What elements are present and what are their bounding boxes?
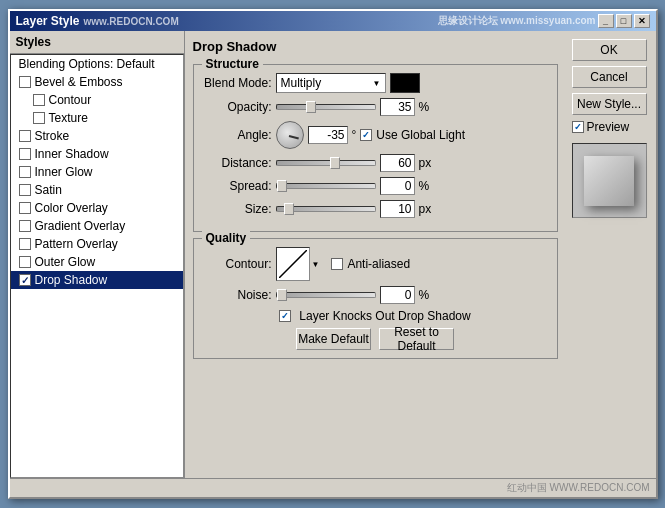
gradient-overlay-checkbox[interactable] (19, 220, 31, 232)
preview-checkbox-row: ✓ Preview (572, 120, 650, 134)
styles-header: Styles (10, 31, 184, 54)
make-default-button[interactable]: Make Default (296, 328, 371, 350)
quality-group: Quality Contour: ▼ Anti-aliased (193, 238, 558, 359)
spread-thumb[interactable] (277, 180, 287, 192)
opacity-unit: % (419, 100, 430, 114)
structure-title: Structure (202, 57, 263, 71)
inner-glow-checkbox[interactable] (19, 166, 31, 178)
contour-preview[interactable] (276, 247, 310, 281)
distance-value[interactable]: 60 (380, 154, 415, 172)
size-value[interactable]: 10 (380, 200, 415, 218)
title-bar-right: 思缘设计论坛 www.missyuan.com _ □ ✕ (438, 14, 650, 28)
sidebar-item-outer-glow[interactable]: Outer Glow (11, 253, 183, 271)
angle-label: Angle: (202, 128, 272, 142)
spread-unit: % (419, 179, 430, 193)
sidebar-label: Outer Glow (35, 255, 96, 269)
layer-style-dialog: Layer Style www.REDOCN.COM 思缘设计论坛 www.mi… (8, 9, 658, 499)
inner-shadow-checkbox[interactable] (19, 148, 31, 160)
title-bar-title: Layer Style (16, 14, 80, 28)
left-panel: Styles Blending Options: Default Bevel &… (10, 31, 185, 478)
sidebar-label: Satin (35, 183, 62, 197)
sidebar-label: Drop Shadow (35, 273, 108, 287)
opacity-slider[interactable] (276, 104, 376, 110)
noise-unit: % (419, 288, 430, 302)
sidebar-label: Blending Options: Default (19, 57, 155, 71)
distance-thumb[interactable] (330, 157, 340, 169)
size-thumb[interactable] (284, 203, 294, 215)
new-style-button[interactable]: New Style... (572, 93, 647, 115)
structure-group: Structure Blend Mode: Multiply ▼ Opacity… (193, 64, 558, 232)
maximize-button[interactable]: □ (616, 14, 632, 28)
sidebar-item-satin[interactable]: Satin (11, 181, 183, 199)
drop-shadow-title: Drop Shadow (193, 39, 558, 54)
global-light-checkbox[interactable]: ✓ (360, 129, 372, 141)
minimize-button[interactable]: _ (598, 14, 614, 28)
opacity-row: Opacity: 35 % (202, 98, 549, 116)
sidebar-item-inner-glow[interactable]: Inner Glow (11, 163, 183, 181)
contour-checkbox[interactable] (33, 94, 45, 106)
reset-default-button[interactable]: Reset to Default (379, 328, 454, 350)
sidebar-label: Texture (49, 111, 88, 125)
sidebar-item-pattern-overlay[interactable]: Pattern Overlay (11, 235, 183, 253)
distance-slider[interactable] (276, 160, 376, 166)
stroke-checkbox[interactable] (19, 130, 31, 142)
color-overlay-checkbox[interactable] (19, 202, 31, 214)
contour-label: Contour: (202, 257, 272, 271)
noise-slider[interactable] (276, 292, 376, 298)
anti-aliased-label: Anti-aliased (347, 257, 410, 271)
blend-mode-select[interactable]: Multiply ▼ (276, 73, 386, 93)
opacity-label: Opacity: (202, 100, 272, 114)
outer-glow-checkbox[interactable] (19, 256, 31, 268)
blend-mode-row: Blend Mode: Multiply ▼ (202, 73, 549, 93)
close-button[interactable]: ✕ (634, 14, 650, 28)
shadow-color-box[interactable] (390, 73, 420, 93)
blend-mode-value: Multiply (281, 76, 322, 90)
angle-degree: ° (352, 128, 357, 142)
sidebar-item-blending-options[interactable]: Blending Options: Default (11, 55, 183, 73)
noise-thumb[interactable] (277, 289, 287, 301)
texture-checkbox[interactable] (33, 112, 45, 124)
sidebar-item-contour[interactable]: Contour (11, 91, 183, 109)
sidebar-item-color-overlay[interactable]: Color Overlay (11, 199, 183, 217)
spread-value[interactable]: 0 (380, 177, 415, 195)
anti-aliased-checkbox[interactable] (331, 258, 343, 270)
preview-area (572, 143, 647, 218)
knocks-out-checkbox[interactable]: ✓ (279, 310, 291, 322)
title-bar: Layer Style www.REDOCN.COM 思缘设计论坛 www.mi… (10, 11, 656, 31)
drop-shadow-checkbox[interactable]: ✓ (19, 274, 31, 286)
sidebar-item-bevel-emboss[interactable]: Bevel & Emboss (11, 73, 183, 91)
bevel-emboss-checkbox[interactable] (19, 76, 31, 88)
satin-checkbox[interactable] (19, 184, 31, 196)
spread-label: Spread: (202, 179, 272, 193)
angle-value[interactable]: -35 (308, 126, 348, 144)
noise-value[interactable]: 0 (380, 286, 415, 304)
opacity-value[interactable]: 35 (380, 98, 415, 116)
title-watermark-left: www.REDOCN.COM (84, 16, 179, 27)
pattern-overlay-checkbox[interactable] (19, 238, 31, 250)
quality-title: Quality (202, 231, 251, 245)
opacity-thumb[interactable] (306, 101, 316, 113)
preview-label: Preview (587, 120, 630, 134)
sidebar-item-drop-shadow[interactable]: ✓ Drop Shadow (11, 271, 183, 289)
noise-row: Noise: 0 % (202, 286, 549, 304)
blend-mode-label: Blend Mode: (202, 76, 272, 90)
preview-checkbox[interactable]: ✓ (572, 121, 584, 133)
angle-dial[interactable] (276, 121, 304, 149)
main-content: Drop Shadow Structure Blend Mode: Multip… (185, 31, 566, 478)
cancel-button[interactable]: Cancel (572, 66, 647, 88)
sidebar-label: Inner Glow (35, 165, 93, 179)
styles-list[interactable]: Blending Options: Default Bevel & Emboss… (10, 54, 184, 478)
ok-button[interactable]: OK (572, 39, 647, 61)
distance-label: Distance: (202, 156, 272, 170)
sidebar-item-inner-shadow[interactable]: Inner Shadow (11, 145, 183, 163)
global-light-label: Use Global Light (376, 128, 465, 142)
sidebar-item-gradient-overlay[interactable]: Gradient Overlay (11, 217, 183, 235)
sidebar-label: Contour (49, 93, 92, 107)
sidebar-label: Color Overlay (35, 201, 108, 215)
sidebar-item-stroke[interactable]: Stroke (11, 127, 183, 145)
spread-slider[interactable] (276, 183, 376, 189)
bottom-buttons: Make Default Reset to Default (202, 328, 549, 350)
title-bar-left: Layer Style www.REDOCN.COM (16, 14, 179, 28)
size-slider[interactable] (276, 206, 376, 212)
sidebar-item-texture[interactable]: Texture (11, 109, 183, 127)
